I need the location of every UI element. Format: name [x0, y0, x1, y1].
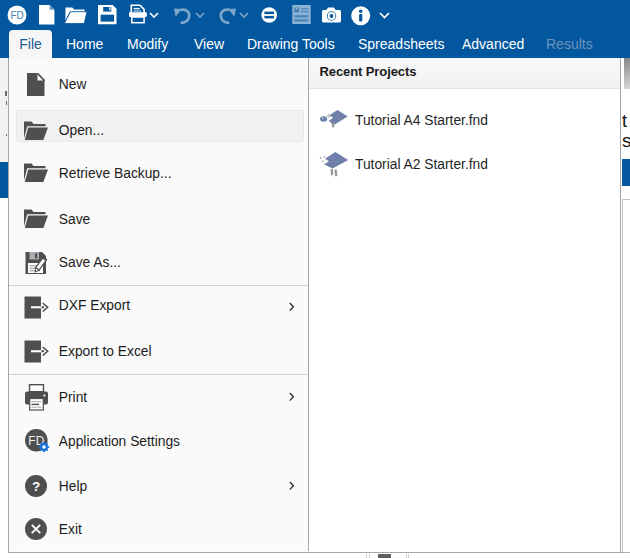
svg-text:FD: FD — [11, 10, 24, 21]
svg-text:?: ? — [32, 478, 40, 493]
